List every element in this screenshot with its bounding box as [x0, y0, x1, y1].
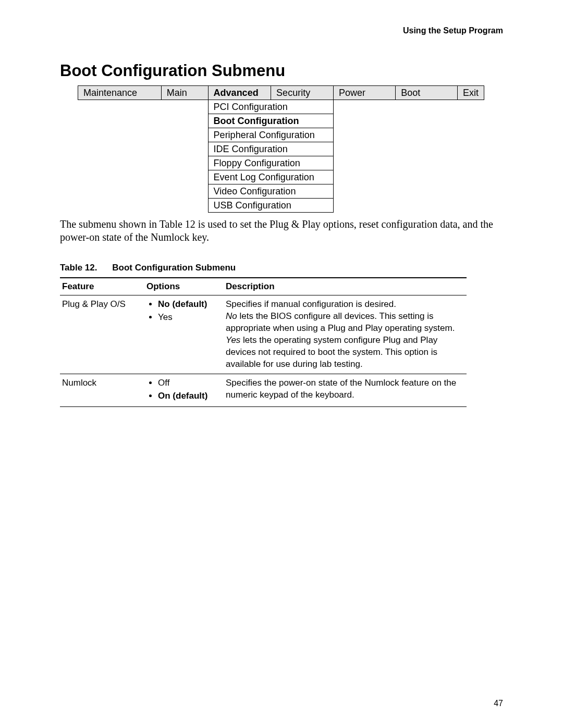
col-feature: Feature: [60, 278, 144, 295]
bios-nav-table: Maintenance Main Advanced Security Power…: [78, 85, 484, 213]
desc-line: Specifies if manual configuration is des…: [226, 299, 396, 309]
table-number: Table 12.: [60, 263, 97, 273]
table-caption: Table 12. Boot Configuration Submenu: [60, 263, 503, 273]
options-cell: No (default) Yes: [144, 295, 224, 374]
options-cell: Off On (default): [144, 374, 224, 406]
col-description: Description: [224, 278, 467, 295]
desc-line: lets the operating system configure Plug…: [226, 335, 437, 369]
desc-line: Specifies the power-on state of the Numl…: [226, 378, 456, 400]
option-item: Yes: [158, 312, 219, 324]
table-name: Boot Configuration Submenu: [112, 263, 236, 273]
description-cell: Specifies the power-on state of the Numl…: [224, 374, 467, 406]
description-cell: Specifies if manual configuration is des…: [224, 295, 467, 374]
tab-advanced: Advanced: [208, 86, 271, 100]
tab-maintenance: Maintenance: [78, 86, 162, 100]
feature-cell: Plug & Play O/S: [60, 295, 144, 374]
submenu-item: PCI Configuration: [208, 100, 333, 114]
option-item: Off: [158, 377, 219, 389]
tab-boot: Boot: [396, 86, 458, 100]
submenu-item: IDE Configuration: [208, 142, 333, 156]
desc-line: lets the BIOS configure all devices. Thi…: [226, 311, 455, 333]
table-header-row: Feature Options Description: [60, 278, 467, 295]
tab-exit: Exit: [457, 86, 484, 100]
tab-security: Security: [271, 86, 334, 100]
tab-power: Power: [333, 86, 395, 100]
option-item: On (default): [158, 390, 219, 402]
submenu-item: Video Configuration: [208, 184, 333, 199]
col-options: Options: [144, 278, 224, 295]
desc-emph: No: [226, 311, 237, 321]
running-head: Using the Setup Program: [403, 26, 503, 35]
submenu-item: Peripheral Configuration: [208, 128, 333, 142]
boot-config-table: Feature Options Description Plug & Play …: [60, 277, 467, 407]
submenu-item: Event Log Configuration: [208, 170, 333, 184]
page: Using the Setup Program Boot Configurati…: [0, 0, 563, 728]
submenu-item-active: Boot Configuration: [208, 114, 333, 128]
table-row: Numlock Off On (default) Specifies the p…: [60, 374, 467, 406]
tab-main: Main: [161, 86, 208, 100]
desc-emph: Yes: [226, 335, 240, 345]
feature-cell: Numlock: [60, 374, 144, 406]
intro-paragraph: The submenu shown in Table 12 is used to…: [60, 218, 503, 244]
submenu-item: USB Configuration: [208, 199, 333, 213]
bios-nav-tabs-row: Maintenance Main Advanced Security Power…: [78, 86, 484, 100]
submenu-item: Floppy Configuration: [208, 156, 333, 170]
page-number: 47: [494, 699, 503, 708]
table-row: Plug & Play O/S No (default) Yes Specifi…: [60, 295, 467, 374]
option-item: No (default): [158, 299, 219, 311]
